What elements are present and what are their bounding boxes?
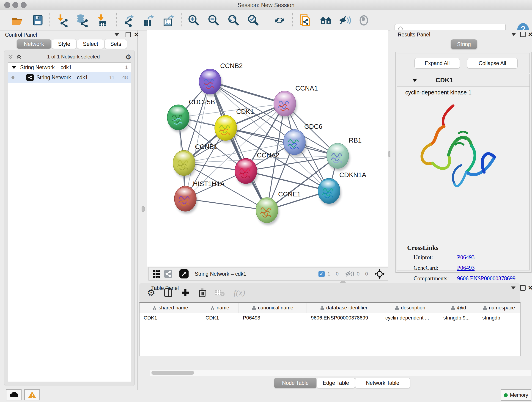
column-header-@id[interactable]: @id — [439, 303, 478, 313]
zoom-in-icon[interactable] — [187, 14, 200, 27]
table-row[interactable]: CDK1CDK1P064939606.ENSP00000378699cyclin… — [139, 313, 520, 323]
node-label-CCNB1: CCNB1 — [195, 143, 217, 150]
function-builder-icon[interactable]: f(x) — [234, 288, 245, 298]
cell-name[interactable]: CDK1 — [201, 313, 239, 323]
collapse-all-icon[interactable] — [7, 54, 13, 60]
column-header-namespace[interactable]: namespace — [478, 303, 520, 313]
scrollbar-thumb[interactable] — [152, 371, 194, 375]
first-neighbors-icon[interactable] — [299, 14, 312, 27]
collapse-all-button[interactable]: Collapse All — [467, 58, 518, 69]
tab-style[interactable]: Style — [52, 39, 76, 49]
column-header-description[interactable]: description — [381, 303, 439, 313]
network-edge-CCNA2-CDKN1A[interactable] — [246, 171, 329, 191]
results-panel-close-icon[interactable]: ✕ — [528, 32, 532, 37]
refresh-layout-icon[interactable] — [273, 14, 286, 27]
table-horizontal-scrollbar[interactable] — [150, 370, 531, 376]
control-panel-minimize-icon[interactable] — [114, 33, 119, 36]
cloud-button[interactable] — [6, 389, 22, 400]
delete-table-icon[interactable] — [215, 289, 225, 297]
memory-button[interactable]: Memory — [501, 389, 531, 401]
column-type-icon — [483, 306, 487, 310]
network-collection-row[interactable]: String Network – cdk1 1 — [8, 63, 131, 72]
hidden-eye-icon[interactable] — [345, 270, 354, 278]
crosslinks-title: CrossLinks — [407, 244, 438, 251]
column-header-canonical-name[interactable]: canonical name — [239, 303, 307, 313]
show-all-icon[interactable] — [358, 14, 371, 27]
network-node-CDK1[interactable] — [215, 115, 238, 143]
network-node-CCNA2[interactable] — [235, 158, 258, 186]
cell-shared-name[interactable]: CDK1 — [139, 313, 201, 323]
control-panel-float-icon[interactable] — [126, 32, 131, 37]
gene-section-header[interactable]: CDK1 — [397, 74, 530, 87]
network-node-CCNA1[interactable] — [274, 91, 297, 119]
gene-collapse-icon[interactable] — [412, 79, 417, 82]
column-header-shared-name[interactable]: shared name — [139, 303, 201, 313]
zoom-out-icon[interactable] — [207, 14, 220, 27]
network-node-CDC25B[interactable] — [167, 105, 190, 132]
table-header-row: shared namenamecanonical namedatabase id… — [139, 303, 520, 313]
network-node-CDKN1A[interactable] — [318, 178, 341, 206]
table-panel-minimize-icon[interactable] — [511, 287, 515, 289]
collection-expand-icon[interactable] — [12, 66, 17, 69]
export-image-icon[interactable] — [162, 14, 175, 27]
network-node-RB1[interactable] — [327, 143, 350, 171]
delete-column-icon[interactable] — [198, 288, 206, 297]
tab-sets[interactable]: Sets — [104, 39, 127, 49]
results-panel-float-icon[interactable] — [520, 32, 526, 37]
tab-network-table[interactable]: Network Table — [355, 378, 410, 388]
warning-button[interactable] — [24, 389, 40, 400]
cell-description[interactable]: cyclin-dependent ... — [381, 313, 439, 323]
network-node-CCNE1[interactable] — [256, 198, 279, 225]
crosslink-label: GeneCard: — [413, 265, 457, 275]
birdseye-view-icon[interactable] — [179, 269, 189, 279]
expand-all-icon[interactable] — [16, 54, 22, 60]
network-view-mode-icon[interactable] — [164, 269, 172, 278]
column-header-name[interactable]: name — [201, 303, 239, 313]
tab-node-table[interactable]: Node Table — [274, 378, 317, 388]
zoom-selected-icon[interactable] — [247, 14, 260, 27]
network-canvas[interactable]: CCNB2CCNA1CDC25BCDK1CDC6RB1CCNB1CCNA2CDK… — [147, 30, 388, 267]
cell-@id[interactable]: stringdb:9... — [439, 313, 478, 323]
node-label-CDC6: CDC6 — [304, 123, 322, 130]
network-label: String Network – cdk1 — [36, 75, 88, 81]
import-network-database-icon[interactable] — [76, 14, 89, 27]
tab-string[interactable]: String — [451, 39, 477, 49]
table-panel-close-icon[interactable]: ✕ — [528, 286, 532, 290]
status-separator — [342, 269, 342, 279]
tab-edge-table[interactable]: Edge Table — [317, 378, 355, 388]
network-node-CCNB2[interactable] — [199, 69, 222, 96]
results-panel-minimize-icon[interactable] — [511, 33, 516, 36]
network-row-selected[interactable]: String Network – cdk1 11 48 — [8, 72, 131, 83]
column-header-database-identifier[interactable]: database identifier — [307, 303, 381, 313]
home-networks-icon[interactable] — [319, 14, 332, 27]
crosslink-link[interactable]: P06493 — [457, 254, 475, 265]
network-node-CDC6[interactable] — [283, 129, 307, 157]
cell-namespace[interactable]: stringdb — [478, 313, 520, 323]
cell-database-identifier[interactable]: 9606.ENSP00000378699 — [307, 313, 381, 323]
table-panel-float-icon[interactable] — [520, 285, 526, 291]
left-splitter-handle[interactable] — [142, 206, 145, 212]
export-network-icon[interactable] — [122, 14, 135, 27]
export-table-icon[interactable] — [142, 14, 154, 27]
open-session-icon[interactable] — [11, 14, 24, 27]
control-panel-close-icon[interactable]: ✕ — [134, 32, 139, 37]
import-table-icon[interactable] — [96, 14, 109, 27]
tab-select[interactable]: Select — [77, 39, 104, 49]
cell-canonical-name[interactable]: P06493 — [239, 313, 307, 323]
save-session-icon[interactable] — [32, 14, 44, 27]
crosslink-link[interactable]: P06493 — [457, 265, 475, 275]
expand-all-button[interactable]: Expand All — [414, 58, 460, 69]
status-bar: Memory — [0, 391, 532, 402]
grid-mode-icon[interactable] — [152, 270, 161, 278]
tab-network[interactable]: Network — [17, 39, 51, 49]
fit-content-crosshair-icon[interactable] — [375, 269, 385, 279]
network-edge-HIST1H1A-CCNE1[interactable] — [185, 199, 267, 210]
zoom-fit-icon[interactable] — [227, 14, 240, 27]
import-network-file-icon[interactable] — [56, 14, 69, 27]
selected-checkbox-icon[interactable]: ✓ — [318, 271, 325, 277]
network-edge-CCNB2-CCNE1[interactable] — [210, 82, 267, 210]
add-column-icon[interactable] — [181, 288, 190, 297]
network-node-CCNB1[interactable] — [173, 150, 196, 178]
gear-icon[interactable]: ⚙ — [125, 53, 131, 61]
hide-selected-icon[interactable] — [339, 14, 351, 27]
